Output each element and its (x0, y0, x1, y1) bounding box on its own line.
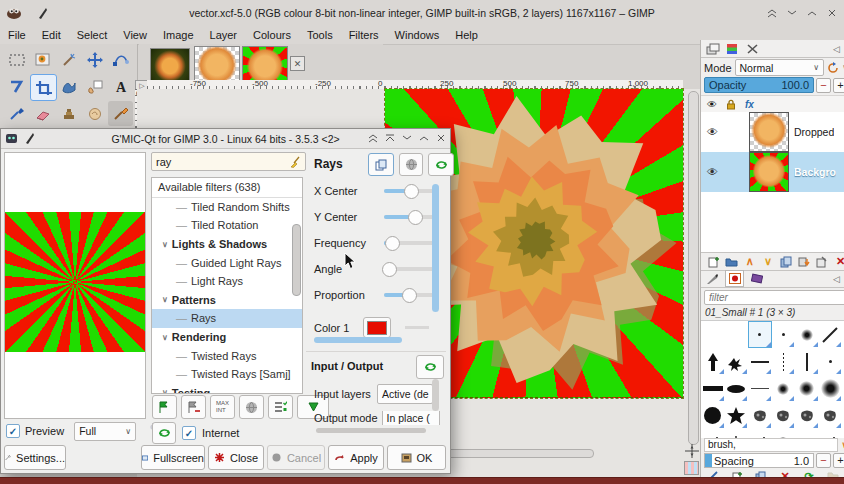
layer-row-dropped[interactable]: 👁Dropped (701, 112, 844, 153)
filter-guided-light-rays[interactable]: —Guided Light Rays (152, 253, 302, 272)
eraser-tool[interactable] (30, 101, 55, 126)
cancel-button[interactable]: Cancel (267, 445, 325, 470)
smudge-tool[interactable] (82, 101, 107, 126)
brush-blank[interactable] (725, 321, 749, 348)
reset-parameters-icon[interactable] (428, 153, 454, 176)
fullscreen-button[interactable]: Fullscreen (141, 445, 205, 470)
text-tool[interactable]: A (108, 74, 133, 99)
filter-available-filters-638-[interactable]: Available filters (638) (152, 178, 302, 198)
close-button[interactable]: Close (208, 445, 264, 470)
handle-transform-tool[interactable] (82, 74, 107, 99)
brush-tag-field[interactable]: brush, (704, 438, 838, 452)
canvas-horizontal-scrollbar[interactable] (447, 449, 594, 458)
paths-tool[interactable] (108, 47, 133, 72)
tool-options-tab[interactable] (704, 271, 721, 286)
opacity-decrease-button[interactable]: − (816, 78, 831, 93)
gradients-tab[interactable] (748, 271, 765, 286)
gmic-minimize-icon[interactable] (402, 133, 412, 143)
filter-settings-list-icon[interactable] (268, 395, 293, 419)
menu-windows[interactable]: Windows (387, 29, 448, 41)
color-picker-tool[interactable] (4, 101, 29, 126)
internet-checkbox[interactable]: ✓ (182, 426, 196, 440)
maximize-window-icon[interactable] (804, 5, 820, 21)
anchor-layer-icon[interactable] (814, 254, 831, 269)
brush-sparkle[interactable] (725, 348, 749, 375)
raise-layer-icon[interactable]: ∧ (741, 254, 758, 269)
brush-filter-input[interactable] (704, 290, 844, 305)
move-tool[interactable] (82, 47, 107, 72)
input-layers-dropdown[interactable]: Active (de (377, 384, 433, 404)
copy-command-icon[interactable] (368, 153, 394, 176)
layers-dialog-tab[interactable] (704, 41, 721, 56)
param-slider[interactable] (384, 241, 434, 245)
unified-transform-tool[interactable] (4, 74, 29, 99)
channels-dialog-tab[interactable] (724, 41, 741, 56)
gmic-shade-icon[interactable] (368, 133, 378, 143)
paths-dialog-tab[interactable] (744, 41, 761, 56)
param-slider[interactable] (384, 215, 434, 219)
mode-dropdown[interactable]: Normal∨ (735, 59, 825, 76)
filter-rendering[interactable]: ∨Rendering (152, 328, 302, 347)
brush-soft[interactable] (795, 321, 819, 348)
menu-view[interactable]: View (115, 29, 155, 41)
brush-circle[interactable] (701, 402, 725, 429)
brushes-tab[interactable] (725, 270, 744, 287)
gmic-titlebar[interactable]: G'MIC-Qt for GIMP 3.0 - Linux 64 bits - … (1, 129, 450, 149)
add-favorite-icon[interactable] (152, 395, 177, 419)
canvas-vertical-scrollbar[interactable] (688, 91, 699, 445)
brush-soft3[interactable] (819, 375, 843, 402)
filter-testing[interactable]: ∨Testing (152, 384, 302, 394)
menu-file[interactable]: File (0, 29, 34, 41)
navigation-crosshair-icon[interactable] (685, 444, 699, 458)
filter-web-globe-icon[interactable] (399, 153, 423, 176)
brush-dot[interactable] (772, 321, 796, 348)
param-slider[interactable] (384, 267, 434, 271)
menu-select[interactable]: Select (69, 29, 116, 41)
filter-patterns[interactable]: ∨Patterns (152, 291, 302, 310)
settings-button[interactable]: Settings... (4, 445, 66, 470)
spacing-increase-button[interactable]: + (833, 453, 844, 468)
filter-tiled-random-shifts[interactable]: —Tiled Random Shifts (152, 198, 302, 217)
rectangle-select-tool[interactable] (4, 47, 29, 72)
layer-row-backgro[interactable]: 👁Backgro (701, 152, 844, 193)
brush-chalk[interactable] (772, 402, 796, 429)
ok-button[interactable]: OK (387, 445, 446, 470)
brush-soft[interactable] (772, 375, 796, 402)
brush-vline[interactable] (795, 348, 819, 375)
brush-dot[interactable] (819, 348, 843, 375)
opacity-increase-button[interactable]: + (833, 78, 844, 93)
gmic-maximize-icon[interactable] (419, 133, 429, 143)
brush-dots[interactable] (725, 429, 749, 438)
image-tab-photo[interactable] (150, 48, 190, 84)
mode-reset-icon[interactable] (827, 62, 839, 74)
layer-thumbnail[interactable] (749, 112, 789, 152)
params-vertical-scrollbar[interactable] (432, 184, 439, 312)
lower-layer-icon[interactable]: ∨ (759, 254, 776, 269)
color1-swatch[interactable] (363, 317, 391, 338)
brush-chalk[interactable] (795, 402, 819, 429)
expand-collapse-icon[interactable]: MAXINT (210, 395, 235, 419)
delete-layer-icon[interactable]: ✕ (832, 254, 844, 269)
gmic-rollup-icon[interactable] (385, 133, 395, 143)
layer-name[interactable]: Dropped (794, 126, 834, 138)
brush-splat[interactable] (748, 429, 772, 438)
remove-favorite-icon[interactable] (181, 395, 206, 419)
image-tab-close-icon[interactable]: ✕ (290, 56, 305, 71)
new-layer-group-icon[interactable] (723, 254, 740, 269)
merge-layer-icon[interactable] (796, 254, 813, 269)
io-scrollbar[interactable] (432, 379, 439, 411)
preview-zoom-dropdown[interactable]: Full∨ (74, 422, 136, 441)
apply-button[interactable]: Apply (328, 445, 384, 470)
brush-arrow[interactable] (701, 348, 725, 375)
layer-name[interactable]: Backgro (794, 166, 836, 178)
new-layer-icon[interactable] (705, 254, 722, 269)
filter-twisted-rays[interactable]: —Twisted Rays (152, 346, 302, 365)
brush-soft2[interactable] (795, 375, 819, 402)
layer-visibility-icon[interactable]: 👁 (707, 126, 723, 138)
brush-thin[interactable] (748, 375, 772, 402)
filter-lights-shadows[interactable]: ∨Lights & Shadows (152, 235, 302, 254)
menu-help[interactable]: Help (447, 29, 486, 41)
menu-layer[interactable]: Layer (202, 29, 246, 41)
free-select-tool[interactable] (30, 47, 55, 72)
gmic-search-box[interactable]: ray (151, 152, 306, 171)
